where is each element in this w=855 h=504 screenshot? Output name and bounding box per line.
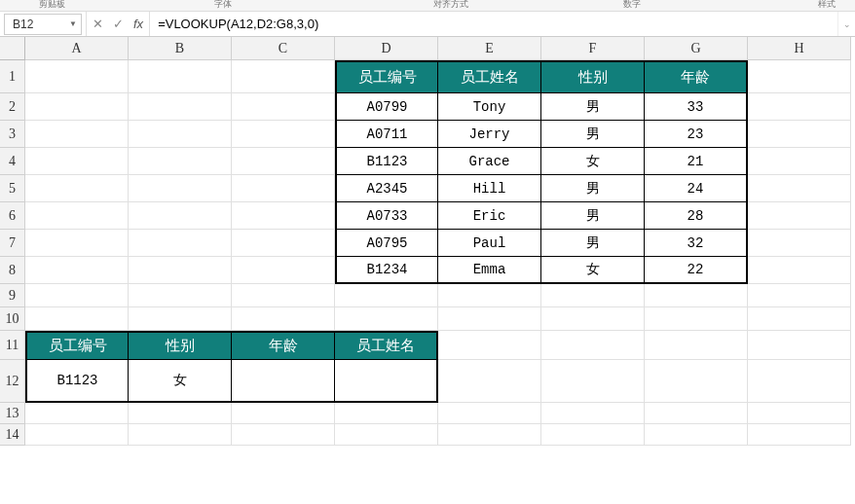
- row-header-3[interactable]: 3: [0, 121, 25, 148]
- cell-D5[interactable]: A2345: [335, 175, 438, 202]
- col-header-F[interactable]: F: [541, 37, 645, 60]
- cell-D9[interactable]: [335, 284, 438, 307]
- cell-B5[interactable]: [129, 175, 232, 202]
- cell-B10[interactable]: [129, 307, 232, 331]
- cell-D7[interactable]: A0795: [335, 230, 438, 257]
- cell-A7[interactable]: [25, 230, 129, 257]
- cell-E6[interactable]: Eric: [438, 202, 541, 230]
- cell-B6[interactable]: [129, 202, 232, 230]
- cell-C11[interactable]: 年龄: [232, 331, 335, 360]
- col-header-D[interactable]: D: [335, 37, 438, 60]
- cell-F9[interactable]: [541, 284, 645, 307]
- cell-F3[interactable]: 男: [541, 121, 645, 148]
- cell-B12[interactable]: 女: [129, 360, 232, 403]
- cell-H9[interactable]: [748, 284, 851, 307]
- row-header-5[interactable]: 5: [0, 175, 25, 202]
- cell-C8[interactable]: [232, 257, 335, 284]
- cell-E13[interactable]: [438, 403, 541, 424]
- spreadsheet-grid[interactable]: A B C D E F G H 1 员工编号 员工姓名 性别 年龄 2 A079…: [0, 37, 855, 446]
- cell-E9[interactable]: [438, 284, 541, 307]
- cell-D14[interactable]: [335, 424, 438, 446]
- cell-D10[interactable]: [335, 307, 438, 331]
- cell-E2[interactable]: Tony: [438, 93, 541, 121]
- cell-F8[interactable]: 女: [541, 257, 645, 284]
- cell-H1[interactable]: [748, 60, 851, 93]
- cell-E3[interactable]: Jerry: [438, 121, 541, 148]
- cell-F11[interactable]: [541, 331, 645, 360]
- cell-F5[interactable]: 男: [541, 175, 645, 202]
- cell-D11[interactable]: 员工姓名: [335, 331, 438, 360]
- cell-F10[interactable]: [541, 307, 645, 331]
- col-header-A[interactable]: A: [25, 37, 129, 60]
- cell-G12[interactable]: [645, 360, 748, 403]
- cell-B3[interactable]: [129, 121, 232, 148]
- cell-A11[interactable]: 员工编号: [25, 331, 129, 360]
- cell-E10[interactable]: [438, 307, 541, 331]
- cell-G9[interactable]: [645, 284, 748, 307]
- chevron-down-icon[interactable]: ▼: [69, 19, 77, 28]
- cell-H5[interactable]: [748, 175, 851, 202]
- row-header-13[interactable]: 13: [0, 403, 25, 424]
- cell-H8[interactable]: [748, 257, 851, 284]
- cell-G1[interactable]: 年龄: [645, 60, 748, 93]
- cell-F6[interactable]: 男: [541, 202, 645, 230]
- cell-A6[interactable]: [25, 202, 129, 230]
- row-header-1[interactable]: 1: [0, 60, 25, 93]
- expand-formula-bar-icon[interactable]: ⌄: [837, 12, 855, 36]
- row-header-10[interactable]: 10: [0, 307, 25, 331]
- cell-F12[interactable]: [541, 360, 645, 403]
- cell-H7[interactable]: [748, 230, 851, 257]
- cell-G4[interactable]: 21: [645, 148, 748, 175]
- cell-G2[interactable]: 33: [645, 93, 748, 121]
- col-header-B[interactable]: B: [129, 37, 232, 60]
- cell-D4[interactable]: B1123: [335, 148, 438, 175]
- name-box[interactable]: B12 ▼: [4, 14, 82, 35]
- cell-B2[interactable]: [129, 93, 232, 121]
- cell-C1[interactable]: [232, 60, 335, 93]
- cell-F4[interactable]: 女: [541, 148, 645, 175]
- cell-A4[interactable]: [25, 148, 129, 175]
- cell-E1[interactable]: 员工姓名: [438, 60, 541, 93]
- cell-G10[interactable]: [645, 307, 748, 331]
- cell-H13[interactable]: [748, 403, 851, 424]
- cell-H12[interactable]: [748, 360, 851, 403]
- cell-A5[interactable]: [25, 175, 129, 202]
- cell-H11[interactable]: [748, 331, 851, 360]
- cell-C3[interactable]: [232, 121, 335, 148]
- row-header-12[interactable]: 12: [0, 360, 25, 403]
- cell-C13[interactable]: [232, 403, 335, 424]
- cell-B7[interactable]: [129, 230, 232, 257]
- cell-B9[interactable]: [129, 284, 232, 307]
- cell-C2[interactable]: [232, 93, 335, 121]
- cell-H2[interactable]: [748, 93, 851, 121]
- col-header-C[interactable]: C: [232, 37, 335, 60]
- cell-E4[interactable]: Grace: [438, 148, 541, 175]
- cell-A9[interactable]: [25, 284, 129, 307]
- cell-G8[interactable]: 22: [645, 257, 748, 284]
- cell-H10[interactable]: [748, 307, 851, 331]
- cell-E7[interactable]: Paul: [438, 230, 541, 257]
- formula-input[interactable]: [150, 12, 837, 36]
- cell-H14[interactable]: [748, 424, 851, 446]
- cell-E14[interactable]: [438, 424, 541, 446]
- col-header-G[interactable]: G: [645, 37, 748, 60]
- cell-B14[interactable]: [129, 424, 232, 446]
- cell-H4[interactable]: [748, 148, 851, 175]
- cell-G3[interactable]: 23: [645, 121, 748, 148]
- cell-F2[interactable]: 男: [541, 93, 645, 121]
- cell-A8[interactable]: [25, 257, 129, 284]
- cell-A2[interactable]: [25, 93, 129, 121]
- cell-A10[interactable]: [25, 307, 129, 331]
- cancel-icon[interactable]: ✕: [93, 17, 103, 31]
- cell-G7[interactable]: 32: [645, 230, 748, 257]
- cell-D13[interactable]: [335, 403, 438, 424]
- col-header-H[interactable]: H: [748, 37, 851, 60]
- cell-F13[interactable]: [541, 403, 645, 424]
- cell-B11[interactable]: 性别: [129, 331, 232, 360]
- cell-E11[interactable]: [438, 331, 541, 360]
- cell-D1[interactable]: 员工编号: [335, 60, 438, 93]
- cell-B4[interactable]: [129, 148, 232, 175]
- cell-B8[interactable]: [129, 257, 232, 284]
- row-header-14[interactable]: 14: [0, 424, 25, 446]
- cell-H3[interactable]: [748, 121, 851, 148]
